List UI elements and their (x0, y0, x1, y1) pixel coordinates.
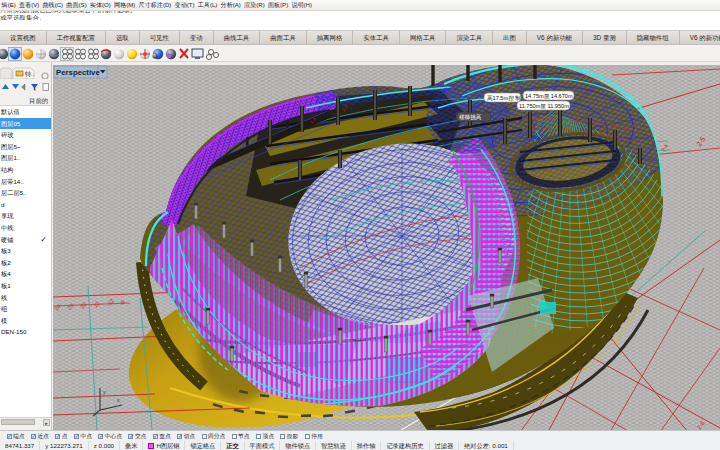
svg-text:特..: 特.. (25, 71, 35, 78)
svg-text:楼梯挑高: 楼梯挑高 (459, 114, 482, 121)
svg-text:11.750m屋 11.950m: 11.750m屋 11.950m (519, 103, 569, 109)
svg-text:x: x (117, 397, 120, 403)
svg-text:Perspective: Perspective (56, 68, 100, 77)
svg-text:高17.5m控 制: 高17.5m控 制 (487, 95, 521, 102)
svg-text:14.75m屋 14.670m: 14.75m屋 14.670m (525, 93, 573, 99)
svg-text:y: y (103, 389, 106, 395)
